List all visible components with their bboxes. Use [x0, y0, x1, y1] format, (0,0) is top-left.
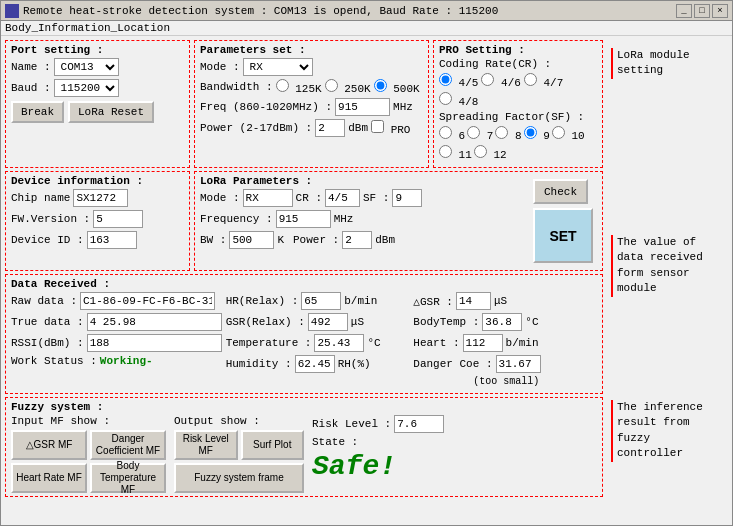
fuzzy-content: Input MF show : △GSR MF Danger Coefficie…	[11, 415, 597, 493]
fw-row: FW.Version :	[11, 210, 184, 228]
cr-45-label[interactable]: 4/5	[439, 73, 478, 89]
cr-47-radio[interactable]	[524, 73, 537, 86]
lp-sf-label: SF :	[363, 192, 389, 204]
sf-12-radio[interactable]	[474, 145, 487, 158]
body-temp-input[interactable]	[482, 313, 522, 331]
lp-bw-input[interactable]	[229, 231, 274, 249]
body-temp-button[interactable]: Body Temperature MF	[90, 463, 166, 493]
main-layout: Port setting : Name : COM13 Baud : 11520…	[1, 36, 732, 525]
surf-plot-button[interactable]: Surf Plot	[241, 430, 305, 460]
lp-mode-label: Mode :	[200, 192, 240, 204]
sf-options: 6 7 8 9 10	[439, 126, 597, 142]
sf-6-radio[interactable]	[439, 126, 452, 139]
hr-relax-input[interactable]	[301, 292, 341, 310]
bw-250-label[interactable]: 250K	[325, 79, 371, 95]
lp-mode-row: Mode : CR : SF :	[200, 189, 523, 207]
humidity-input[interactable]	[295, 355, 335, 373]
lp-power-input[interactable]	[342, 231, 372, 249]
risk-label: Risk Level :	[312, 418, 391, 430]
gsr-relax-input[interactable]	[308, 313, 348, 331]
power-row: Power (2-17dBm) : dBm PRO	[200, 119, 423, 137]
chip-name-input[interactable]	[73, 189, 128, 207]
danger-coef-button[interactable]: Danger Coefficient MF	[90, 430, 166, 460]
risk-level-mf-button[interactable]: Risk Level MF	[174, 430, 238, 460]
close-button[interactable]: ×	[712, 4, 728, 18]
bw-250-radio[interactable]	[325, 79, 338, 92]
bw-500-radio[interactable]	[374, 79, 387, 92]
lp-freq-row: Frequency : MHz	[200, 210, 523, 228]
sf-8-radio[interactable]	[495, 126, 508, 139]
gsr-row: △GSR : μS	[413, 292, 597, 310]
bw-125-label[interactable]: 125K	[276, 79, 322, 95]
cr-48-label[interactable]: 4/8	[439, 92, 478, 108]
break-button[interactable]: Break	[11, 101, 64, 123]
state-row: State :	[312, 436, 597, 448]
temp-input[interactable]	[314, 334, 364, 352]
humidity-label: Humidity :	[226, 358, 292, 370]
bw-125-radio[interactable]	[276, 79, 289, 92]
fuzzy-annotation-text: The inference result from fuzzy controll…	[617, 401, 703, 459]
cr-45-radio[interactable]	[439, 73, 452, 86]
cr-46-radio[interactable]	[481, 73, 494, 86]
lp-sf-input[interactable]	[392, 189, 422, 207]
sf-10-radio[interactable]	[552, 126, 565, 139]
bw-500-label[interactable]: 500K	[374, 79, 420, 95]
minimize-button[interactable]: _	[676, 4, 692, 18]
sf-12-label[interactable]: 12	[474, 145, 507, 161]
lora-reset-button[interactable]: LoRa Reset	[68, 101, 154, 123]
gsr-relax-row: GSR(Relax) : μS	[226, 313, 410, 331]
mode-select[interactable]: RX	[243, 58, 313, 76]
lp-freq-input[interactable]	[276, 210, 331, 228]
fw-input[interactable]	[93, 210, 143, 228]
gsr-input[interactable]	[456, 292, 491, 310]
pro-label[interactable]: PRO	[371, 120, 410, 136]
check-button[interactable]: Check	[533, 179, 588, 204]
raw-input[interactable]	[80, 292, 215, 310]
lp-cr-input[interactable]	[325, 189, 360, 207]
set-button[interactable]: SET	[533, 208, 593, 263]
temp-label: Temperature :	[226, 337, 312, 349]
device-id-row: Device ID :	[11, 231, 184, 249]
true-input[interactable]	[87, 313, 222, 331]
rssi-row: RSSI(dBm) :	[11, 334, 222, 352]
baud-select[interactable]: 115200	[54, 79, 119, 97]
sf-8-label[interactable]: 8	[495, 126, 521, 142]
sf-7-label[interactable]: 7	[467, 126, 493, 142]
name-select[interactable]: COM13	[54, 58, 119, 76]
power-input[interactable]	[315, 119, 345, 137]
sf-7-radio[interactable]	[467, 126, 480, 139]
device-info-label: Device information :	[11, 175, 184, 187]
fuzzy-frame-button[interactable]: Fuzzy system frame	[174, 463, 304, 493]
cr-46-label[interactable]: 4/6	[481, 73, 520, 89]
port-setting-label: Port setting :	[11, 44, 184, 56]
lp-power-unit: dBm	[375, 234, 395, 246]
rssi-input[interactable]	[87, 334, 222, 352]
data-col3: △GSR : μS BodyTemp : °C Heart : b	[413, 292, 597, 390]
true-label: True data :	[11, 316, 84, 328]
raw-label: Raw data :	[11, 295, 77, 307]
raw-row: Raw data :	[11, 292, 222, 310]
lora-params-inner: LoRa Parameters : Mode : CR : SF : Frequ…	[200, 175, 523, 267]
pro-checkbox[interactable]	[371, 120, 384, 133]
cr-48-radio[interactable]	[439, 92, 452, 105]
sf-6-label[interactable]: 6	[439, 126, 465, 142]
lp-mode-input[interactable]	[243, 189, 293, 207]
sf-11-label[interactable]: 11	[439, 145, 472, 161]
risk-input[interactable]	[394, 415, 444, 433]
danger-input[interactable]	[496, 355, 541, 373]
action-buttons: Break LoRa Reset	[11, 101, 184, 123]
device-id-input[interactable]	[87, 231, 137, 249]
freq-input[interactable]	[335, 98, 390, 116]
gsr-mf-button[interactable]: △GSR MF	[11, 430, 87, 460]
sf-10-label[interactable]: 10	[552, 126, 585, 142]
maximize-button[interactable]: □	[694, 4, 710, 18]
sf-9-label[interactable]: 9	[524, 126, 550, 142]
power-unit: dBm	[348, 122, 368, 134]
sf-11-radio[interactable]	[439, 145, 452, 158]
cr-47-label[interactable]: 4/7	[524, 73, 563, 89]
heart-rate-button[interactable]: Heart Rate MF	[11, 463, 87, 493]
danger-note: (too small)	[473, 376, 539, 387]
sf-9-radio[interactable]	[524, 126, 537, 139]
freq-row: Freq (860-1020MHz) : MHz	[200, 98, 423, 116]
heart-input[interactable]	[463, 334, 503, 352]
